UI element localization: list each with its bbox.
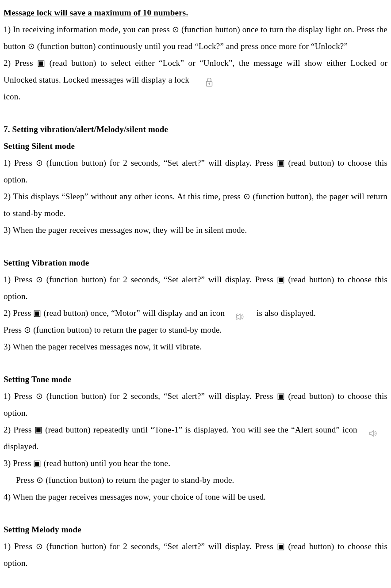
lock-step-2-text-b: icon. [4, 88, 387, 105]
spacer [4, 105, 387, 121]
document-title: Message lock will save a maximum of 10 n… [4, 4, 387, 21]
tone-step-3a: 3) Press ▣ (read button) until you hear … [4, 455, 387, 472]
vibration-step-3: 3) When the pager receives messages now,… [4, 338, 387, 355]
motor-speaker-icon [236, 310, 245, 319]
tone-heading: Setting Tone mode [4, 371, 387, 388]
vibration-step-2c: Press ⊙ (function button) to return the … [4, 322, 387, 338]
svg-line-4 [236, 313, 238, 315]
tone-step-4: 4) When the pager receives messages now,… [4, 489, 387, 505]
lock-step-1: 1) In receiving information mode, you ca… [4, 21, 387, 55]
silent-heading: Setting Silent mode [4, 138, 387, 155]
tone-step-3b: Press ⊙ (function button) to return the … [16, 472, 387, 489]
silent-step-2: 2) This displays “Sleep” without any oth… [4, 188, 387, 222]
spacer [4, 505, 387, 521]
tone-step-1: 1) Press ⊙ (function button) for 2 secon… [4, 388, 387, 421]
spacer [4, 239, 387, 254]
tone-step-2-text-b: displayed. [4, 442, 39, 451]
vibration-step-2: 2) Press ▣ (read button) once, “Motor” w… [4, 305, 387, 322]
section-7-heading: 7. Setting vibration/alert/Melody/silent… [4, 121, 387, 138]
vibration-heading: Setting Vibration mode [4, 254, 387, 271]
svg-rect-3 [209, 83, 210, 85]
silent-step-3: 3) When the pager receives messages now,… [4, 222, 387, 239]
melody-step-1: 1) Press ⊙ (function button) for 2 secon… [4, 538, 387, 572]
tone-step-2-text-a: 2) Press ▣ (read button) repeatedly unti… [4, 425, 360, 434]
svg-line-5 [236, 319, 238, 320]
lock-icon [205, 76, 214, 85]
melody-heading: Setting Melody mode [4, 521, 387, 538]
lock-step-2-text-a: 2) Press ▣ (read button) to select eithe… [4, 58, 387, 84]
alert-sound-icon [369, 426, 379, 435]
vibration-step-2-text-b: is also displayed. [257, 308, 316, 318]
silent-step-1: 1) Press ⊙ (function button) for 2 secon… [4, 155, 387, 188]
lock-step-2: 2) Press ▣ (read button) to select eithe… [4, 55, 387, 88]
vibration-step-1: 1) Press ⊙ (function button) for 2 secon… [4, 271, 387, 305]
spacer [4, 355, 387, 371]
vibration-step-2-text-a: 2) Press ▣ (read button) once, “Motor” w… [4, 308, 227, 318]
tone-step-2: 2) Press ▣ (read button) repeatedly unti… [4, 421, 387, 455]
